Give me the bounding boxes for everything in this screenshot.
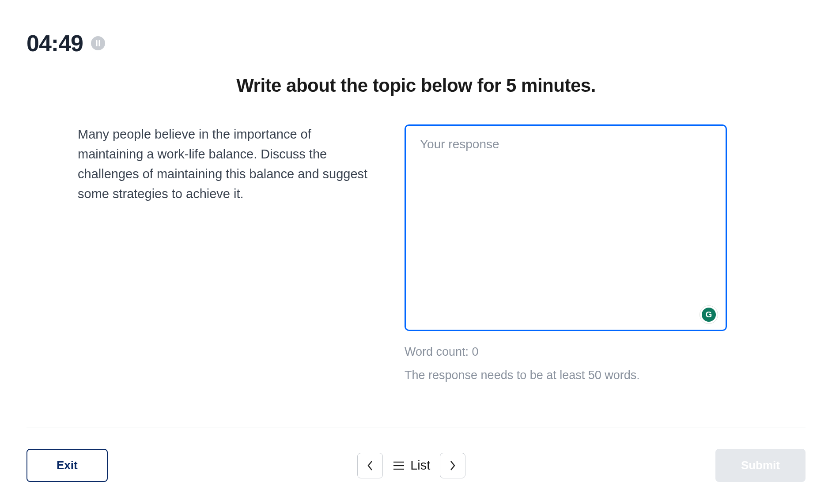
- grammarly-badge[interactable]: G: [700, 305, 718, 324]
- chevron-right-icon: [449, 459, 457, 472]
- min-words-message: The response needs to be at least 50 wor…: [405, 369, 727, 382]
- svg-rect-0: [96, 40, 98, 46]
- pause-button[interactable]: [91, 36, 105, 50]
- pause-icon: [95, 40, 101, 46]
- word-count-label: Word count: 0: [405, 345, 727, 359]
- exit-button[interactable]: Exit: [26, 449, 108, 482]
- next-button[interactable]: [440, 453, 465, 478]
- list-button[interactable]: List: [393, 458, 430, 473]
- response-textarea[interactable]: [405, 124, 727, 331]
- submit-button[interactable]: Submit: [715, 449, 806, 482]
- svg-rect-1: [99, 40, 101, 46]
- footer-divider: [26, 428, 806, 428]
- list-button-label: List: [410, 458, 430, 473]
- prompt-text: Many people believe in the importance of…: [78, 124, 378, 382]
- prev-button[interactable]: [357, 453, 383, 478]
- instruction-heading: Write about the topic below for 5 minute…: [0, 75, 832, 96]
- grammarly-icon: G: [702, 308, 716, 322]
- list-icon: [393, 461, 405, 470]
- timer-display: 04:49: [26, 30, 83, 56]
- chevron-left-icon: [366, 459, 374, 472]
